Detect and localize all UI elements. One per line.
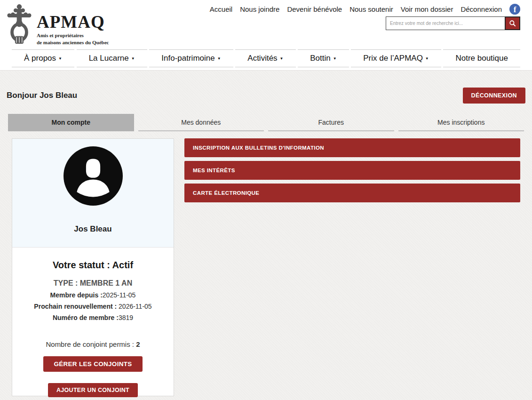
tab-mes-donnees[interactable]: Mes données <box>138 114 264 131</box>
add-conjoint-button[interactable]: AJOUTER UN CONJOINT <box>48 383 138 397</box>
utility-link-nous-soutenir[interactable]: Nous soutenir <box>349 5 393 13</box>
tab-mes-inscriptions[interactable]: Mes inscriptions <box>398 114 524 131</box>
chevron-down-icon <box>280 55 284 61</box>
profile-card-body: Votre statut : Actif TYPE : MEMBRE 1 AN … <box>12 248 174 397</box>
logo-tagline: Amis et propriétaires de maisons ancienn… <box>37 32 109 46</box>
logo-tagline-line1: Amis et propriétaires <box>37 32 109 39</box>
conjoint-label: Nombre de conjoint permis : <box>46 340 136 348</box>
renewal-value: 2026-11-05 <box>119 303 152 310</box>
logout-button[interactable]: DÉCONNEXION <box>463 88 525 104</box>
main-nav: À propos La Lucarne Info-patrimoine Acti… <box>0 49 532 67</box>
chevron-down-icon <box>58 55 62 61</box>
utility-link-nous-joindre[interactable]: Nous joindre <box>240 5 279 13</box>
renewal-label: Prochain renouvellement : <box>34 303 119 310</box>
accordion-list: INSCRIPTION AUX BULLETINS D'INFORMATION … <box>184 138 520 206</box>
chevron-down-icon <box>217 55 221 61</box>
chevron-down-icon <box>333 55 337 61</box>
tab-factures[interactable]: Factures <box>268 114 394 131</box>
nav-item-activites[interactable]: Activités <box>235 49 295 67</box>
nav-item-label: La Lucarne <box>89 54 129 63</box>
logo-title: APMAQ <box>37 13 109 31</box>
content-area: Bonjour Jos Bleau DÉCONNEXION Mon compte… <box>0 71 532 400</box>
site-logo[interactable]: APMAQ Amis et propriétaires de maisons a… <box>6 3 109 46</box>
search-bar <box>386 16 520 30</box>
utility-link-accueil[interactable]: Accueil <box>210 5 232 13</box>
utility-nav: Accueil Nous joindre Devenir bénévole No… <box>210 4 520 15</box>
utility-link-devenir-benevole[interactable]: Devenir bénévole <box>287 5 342 13</box>
nav-item-label: Prix de l’APMAQ <box>363 54 423 63</box>
member-number-value: 3819 <box>119 314 133 321</box>
nav-item-label: Notre boutique <box>455 54 508 63</box>
member-since-label: Membre depuis : <box>50 291 103 299</box>
utility-link-voir-mon-dossier[interactable]: Voir mon dossier <box>401 5 453 13</box>
search-input[interactable] <box>386 16 505 30</box>
member-number-label: Numéro de membre : <box>53 314 119 321</box>
accordion-interets[interactable]: MES INTÉRÊTS <box>184 161 520 180</box>
nav-item-label: À propos <box>24 54 56 63</box>
avatar <box>64 146 123 206</box>
logo-text: APMAQ Amis et propriétaires de maisons a… <box>37 3 109 46</box>
membership-type: TYPE : MEMBRE 1 AN <box>12 279 174 288</box>
account-columns: Jos Bleau Votre statut : Actif TYPE : ME… <box>12 138 520 396</box>
site-header: APMAQ Amis et propriétaires de maisons a… <box>0 0 532 71</box>
greeting-row: Bonjour Jos Bleau DÉCONNEXION <box>0 71 532 104</box>
nav-item-notre-boutique[interactable]: Notre boutique <box>443 49 520 67</box>
member-since-line: Membre depuis :2025-11-05 <box>12 291 174 299</box>
search-icon <box>509 20 516 27</box>
door-knocker-icon <box>6 3 33 46</box>
manage-conjoints-button[interactable]: GÉRER LES CONJOINTS <box>43 356 142 372</box>
conjoint-value: 2 <box>136 340 140 348</box>
logo-tagline-line2: de maisons anciennes du Québec <box>37 39 109 46</box>
account-tabs: Mon compte Mes données Factures Mes insc… <box>8 114 524 131</box>
nav-item-la-lucarne[interactable]: La Lucarne <box>77 49 147 67</box>
nav-item-bottin[interactable]: Bottin <box>298 49 349 67</box>
nav-item-label: Bottin <box>310 54 330 63</box>
nav-item-info-patrimoine[interactable]: Info-patrimoine <box>149 49 233 67</box>
status-line: Votre statut : Actif <box>12 260 174 271</box>
page-title: Bonjour Jos Bleau <box>7 91 77 100</box>
tab-mon-compte[interactable]: Mon compte <box>8 114 134 131</box>
accordion-carte-electronique[interactable]: CARTE ÉLECTRONIQUE <box>184 184 520 202</box>
profile-card: Jos Bleau Votre statut : Actif TYPE : ME… <box>12 138 174 396</box>
member-since-value: 2025-11-05 <box>103 291 136 299</box>
renewal-line: Prochain renouvellement : 2026-11-05 <box>12 303 174 310</box>
search-button[interactable] <box>505 16 520 30</box>
profile-card-top: Jos Bleau <box>12 139 174 248</box>
chevron-down-icon <box>425 55 429 61</box>
conjoint-allowed-line: Nombre de conjoint permis : 2 <box>12 340 174 348</box>
nav-item-prix-apmaq[interactable]: Prix de l’APMAQ <box>351 49 441 67</box>
nav-item-label: Info-patrimoine <box>161 54 214 63</box>
member-number-line: Numéro de membre :3819 <box>12 314 174 321</box>
member-name: Jos Bleau <box>12 224 174 234</box>
nav-item-a-propos[interactable]: À propos <box>12 49 74 67</box>
page: APMAQ Amis et propriétaires de maisons a… <box>0 0 532 400</box>
accordion-bulletins[interactable]: INSCRIPTION AUX BULLETINS D'INFORMATION <box>184 138 520 157</box>
chevron-down-icon <box>131 55 135 61</box>
facebook-icon[interactable] <box>509 4 520 15</box>
nav-item-label: Activités <box>247 54 277 63</box>
utility-link-deconnexion[interactable]: Déconnexion <box>461 5 502 13</box>
